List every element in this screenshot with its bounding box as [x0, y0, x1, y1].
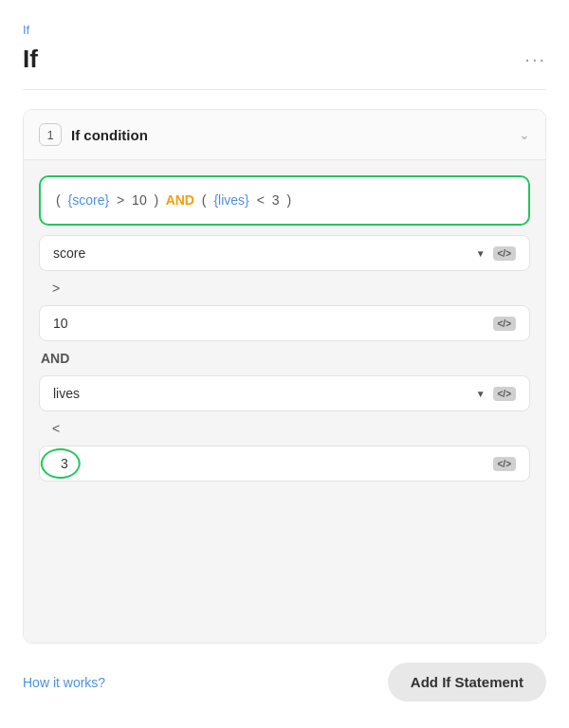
lives-dropdown-icon[interactable]: ▼ [476, 389, 486, 399]
page-title: If [23, 45, 38, 74]
value1-field-row[interactable]: 10 </> [39, 305, 530, 341]
step-number: 1 [39, 123, 62, 146]
formula-paren-4: ) [286, 189, 291, 212]
formula-paren-2: ) [155, 189, 159, 212]
section-title: If condition [71, 127, 148, 143]
score-dropdown-icon[interactable]: ▼ [476, 248, 486, 259]
section-header: 1 If condition ⌄ [24, 110, 545, 160]
value2-code-icon[interactable]: </> [493, 457, 516, 471]
formula-10-val: 10 [128, 189, 150, 212]
lives-field-row[interactable]: lives ▼ </> [39, 375, 530, 411]
and-connector-label: AND [39, 347, 530, 370]
add-if-statement-button[interactable]: Add If Statement [388, 663, 546, 701]
operator-row-1: > [39, 277, 530, 300]
score-field-label: score [53, 246, 85, 261]
lives-field-icons: ▼ </> [476, 387, 516, 401]
section-header-left: 1 If condition [39, 123, 148, 146]
operator-row-2: < [39, 417, 530, 440]
score-field-icons: ▼ </> [476, 246, 516, 261]
formula-and-op: AND [162, 189, 198, 212]
value2-with-circle: 3 [53, 456, 76, 471]
formula-3-val: 3 [268, 189, 284, 212]
value2-field-row[interactable]: 3 </> [39, 446, 530, 482]
value2-label: 3 [53, 456, 76, 471]
formula-lt-op: < [257, 189, 265, 212]
page-footer: How it works? Add If Statement [23, 644, 546, 705]
operator-lt-label: < [52, 421, 60, 436]
formula-paren-1: ( [56, 189, 61, 212]
more-options-icon[interactable]: ··· [524, 48, 546, 70]
formula-lives-var: {lives} [211, 189, 253, 212]
value1-code-icon[interactable]: </> [493, 317, 516, 331]
section-body: ( {score} > 10 ) AND ( {lives} < 3 ) sco… [24, 160, 545, 643]
formula-gt-op: > [117, 189, 124, 212]
chevron-down-icon[interactable]: ⌄ [519, 127, 530, 142]
if-condition-card: 1 If condition ⌄ ( {score} > 10 ) AND ( … [23, 109, 546, 644]
value1-label: 10 [53, 316, 68, 331]
lives-field-label: lives [53, 386, 80, 401]
formula-preview: ( {score} > 10 ) AND ( {lives} < 3 ) [39, 175, 530, 226]
how-it-works-link[interactable]: How it works? [23, 675, 105, 690]
operator-gt-label: > [52, 281, 60, 296]
score-field-row[interactable]: score ▼ </> [39, 235, 530, 271]
score-code-icon[interactable]: </> [493, 246, 516, 261]
page-header: If ··· [23, 45, 546, 90]
formula-paren-3: ( [202, 189, 207, 212]
conditions-area: score ▼ </> > 10 </> AND [39, 235, 530, 482]
breadcrumb[interactable]: If [23, 23, 546, 37]
formula-score-var: {score} [64, 189, 113, 212]
lives-code-icon[interactable]: </> [493, 387, 516, 401]
